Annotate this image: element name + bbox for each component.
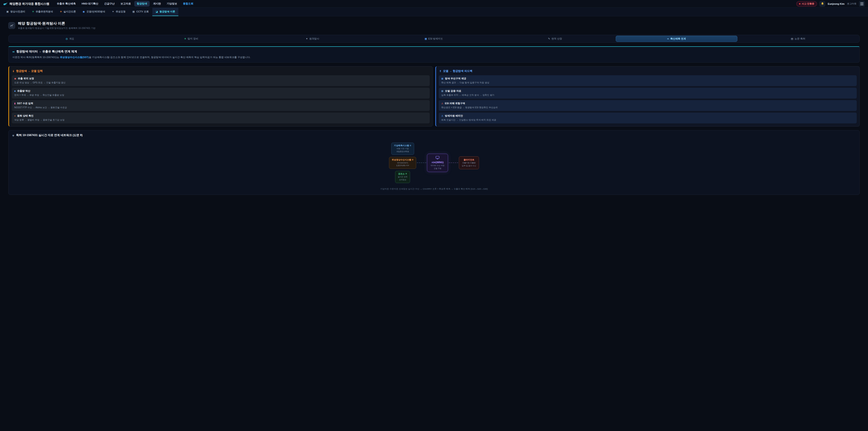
subnav-tab[interactable]: ▦ CCTV 조회	[129, 8, 152, 16]
flow-item: ◉ 유출 위치 보정 드론·위성 영상 → GPS 좌표 → 모델 유출지점 갱…	[12, 75, 430, 86]
subnav-tab[interactable]: ✈ 실시간드론	[57, 8, 79, 16]
flow-cards-row: ⇓ 항공탐색 → 모델 입력 ◉ 유출 위치 보정 드론·위성 영상 → GPS…	[8, 66, 860, 127]
section-tab-label: 확산예측 연계	[671, 37, 686, 40]
network-source-node: 검조소 ③ 실시간 조위 조석정보	[395, 171, 410, 183]
topnav-item-label: 유출유 확산예측	[57, 2, 76, 5]
flow-item-title: 유출 위치 보정	[18, 77, 34, 80]
incident-dot-icon	[799, 3, 800, 4]
source-nodes-column: 기상예측시스템 ① 바람·기온·기압 국립환경과학원 위성영상수신시스템 ② S…	[389, 143, 416, 183]
flow-item-title: 방제자원 배치안	[445, 114, 463, 118]
flow-item-desc: 확산경로 × ESI 등급 → 항공탐색 ESI 현장확인 우선순위	[441, 106, 854, 109]
server-node-title: 서버(WING)	[431, 161, 444, 164]
subnav-tab-label: 항공탐색 이론	[160, 10, 175, 13]
user-name: Eunjeong Kim	[828, 2, 844, 5]
main-menu: 유출유 확산예측HNS·대기확산긴급구난보고자료항공탐색게시판기상정보통합조회	[54, 1, 196, 6]
section-tab-label: 원격탐사	[309, 37, 319, 40]
subnav-tab-label: 오염/선박3D분석	[86, 10, 105, 13]
model-input-card-title: ⇓ 항공탐색 → 모델 입력	[12, 69, 429, 73]
model-input-card: ⇓ 항공탐색 → 모델 입력 ◉ 유출 위치 보정 드론·위성 영상 → GPS…	[8, 66, 433, 127]
brand-title: 해양환경 위기대응 통합시스템	[9, 2, 49, 6]
thermometer-icon: ▮	[14, 102, 16, 105]
wing-logo-icon	[3, 2, 8, 6]
map-icon: ▦	[441, 78, 443, 80]
topnav-item[interactable]: 항공탐색	[134, 1, 150, 6]
top-navbar: 해양환경 위기대응 통합시스템 유출유 확산예측HNS·대기확산긴급구난보고자료…	[0, 0, 868, 8]
flow-item: ■ 유출량 역산 면적 × 두께 → 유량 추정 → 확산모델 유출량 보정	[12, 88, 430, 98]
topnav-item-label: HNS·대기확산	[82, 2, 98, 5]
network-icon: ◈	[12, 134, 14, 137]
sst-system-link[interactable]: 위성영상수신시스템(SST)	[60, 56, 89, 59]
outbox-icon: ⇑	[439, 70, 441, 73]
satellite-icon: ✦	[112, 10, 114, 13]
section-tab-label: 개요	[69, 37, 74, 40]
network-card: ◈ 특허 10-1567431 실시간 자료 연계 네트워크 (도면 9) 기상…	[8, 130, 860, 195]
drone-icon: ✈	[60, 10, 62, 13]
notifications-button[interactable]	[819, 1, 825, 7]
flow-item-desc: 확산 예측 결과 → 다음 탐색 집중구역 자동 생성	[441, 81, 854, 84]
flow-item: ▦ 탐색 우선구역 제공 확산 예측 결과 → 다음 탐색 집중구역 자동 생성	[439, 75, 857, 86]
flow-item-title: 유출량 역산	[17, 89, 30, 93]
topnav-item[interactable]: HNS·대기확산	[79, 1, 101, 6]
source-node-title: 위성영상수신시스템 ②	[392, 158, 413, 161]
link-icon: ∞	[667, 37, 669, 40]
menu-button[interactable]	[859, 1, 865, 7]
topnav-item[interactable]: 게시판	[151, 1, 163, 6]
network-caption: 기상자료·수온자료·조석정보 실시간 수신 → CHARRY 조류 + 취송류 …	[12, 188, 856, 190]
connector-line	[449, 162, 458, 163]
incident-status-badge: 사고 진행중	[796, 1, 817, 6]
linkage-description: 이문진 박사 특허(등록특허 10-1567431)는 위성영상수신시스템(SS…	[12, 55, 856, 59]
topnav-item-label: 기상정보	[167, 2, 177, 5]
topnav-item[interactable]: 긴급구난	[102, 1, 117, 6]
flow-item-title: 모델 검증 자료	[445, 89, 461, 93]
topnav-item[interactable]: 보고자료	[118, 1, 133, 6]
chart-doc-icon	[10, 24, 13, 27]
pencil-icon: ✎	[548, 37, 550, 40]
section-tab[interactable]: ▤ 논문·특허	[737, 36, 859, 42]
subnav-tab[interactable]: ▣ 영상사진관리	[3, 8, 28, 16]
section-tab[interactable]: ✎ 면적 산정	[494, 36, 616, 42]
subnav-tab[interactable]: ✳ 유출유면적분석	[29, 8, 56, 16]
sub-navbar: ▣ 영상사진관리 ✳ 유출유면적분석 ✈ 실시간드론 ◉ 오염/선박3D분석 ✦…	[0, 8, 868, 16]
section-tab[interactable]: ✦ 원격탐사	[252, 36, 373, 42]
esimap-icon: ▦	[425, 37, 427, 40]
ship-icon: ⚓	[441, 115, 443, 117]
main-content: 해양 항공탐색·원격탐사 이론 유출유 원격탐지·항공감시 기법·ESI 방제정…	[0, 16, 868, 204]
topnav-item[interactable]: 유출유 확산예측	[54, 1, 78, 6]
flow-item-desc: 예측 도달시간 → 오일펜스·방제정 최적 배치 좌표 제공	[441, 118, 854, 122]
subnav-tab-label: 유출유면적분석	[36, 10, 53, 13]
subnav-tab[interactable]: ◉ 오염/선박3D분석	[80, 8, 108, 16]
ship3d-icon: ◉	[83, 10, 85, 13]
section-tab[interactable]: ✈ 탐지 장비	[131, 36, 252, 42]
flow-item-title: SST 수온 입력	[17, 102, 33, 105]
logout-button[interactable]: 로그아웃	[847, 2, 857, 5]
monitor-icon	[436, 156, 439, 159]
page-header-tile	[8, 22, 15, 29]
topnav-item-label: 게시판	[153, 2, 161, 5]
area-icon: ✳	[32, 10, 34, 13]
linkage-section: ∞ 항공탐색 데이터 → 유출유 확산예측 연계 체계 이문진 박사 특허(등록…	[8, 46, 860, 63]
section-tab[interactable]: ▦ ESI 방제지도	[373, 36, 495, 42]
section-tab-label: 면적 산정	[552, 37, 562, 40]
flow-item-desc: 면적 × 두께 → 유량 추정 → 확산모델 유출량 보정	[14, 94, 427, 97]
flow-item: ⚠ ESI 피해 위험구역 확산경로 × ESI 등급 → 항공탐색 ESI 현…	[439, 100, 857, 111]
client-node: 클라이언트 유출지점·유출량 입력 및 결과 수신	[459, 156, 479, 169]
subnav-tab-label: 위성요청	[116, 10, 126, 13]
overview-icon: ◎	[66, 37, 68, 40]
network-source-node: 기상예측시스템 ① 바람·기온·기압 국립환경과학원	[391, 143, 414, 155]
subnav-tab-label: 영상사진관리	[10, 10, 25, 13]
section-tab[interactable]: ◎ 개요	[9, 36, 131, 42]
subnav-tab[interactable]: ✦ 위성요청	[109, 8, 129, 16]
subnav-tab-label: CCTV 조회	[136, 10, 149, 13]
subnav-tab[interactable]: ◪ 항공탐색 이론	[152, 8, 178, 16]
topnav-item[interactable]: 기상정보	[164, 1, 180, 6]
page-subtitle: 유출유 원격탐지·항공감시 기법·ESI 방제정보지도·등록특허 10-1567…	[18, 27, 95, 30]
network-diagram: 기상예측시스템 ① 바람·기온·기압 국립환경과학원 위성영상수신시스템 ② S…	[12, 143, 856, 183]
topnav-item-label: 긴급구난	[104, 2, 115, 5]
topnav-item[interactable]: 통합조회	[181, 1, 196, 6]
volume-icon: ■	[14, 90, 16, 92]
remote-icon: ✦	[306, 37, 308, 40]
section-tab[interactable]: ∞ 확산예측 연계	[616, 36, 738, 42]
link-icon: ∞	[12, 50, 14, 53]
bell-icon	[821, 2, 824, 5]
topnav-item-label: 보고자료	[121, 2, 131, 5]
